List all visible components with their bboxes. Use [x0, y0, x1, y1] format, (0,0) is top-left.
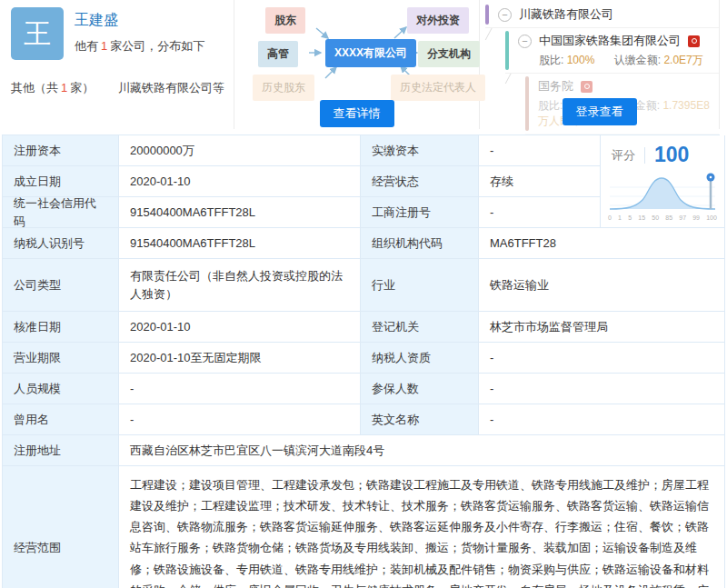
field-value: -	[479, 404, 725, 435]
graph-node-shareholders: 股东	[265, 7, 305, 34]
graph-node-executives: 高管	[258, 41, 298, 67]
tree-row-root: − 川藏铁路有限公司	[485, 2, 719, 28]
stripe	[505, 31, 509, 70]
field-label: 工商注册号	[361, 197, 479, 228]
field-value: -	[479, 135, 601, 166]
field-label: 登记机关	[361, 312, 479, 343]
graph-node-history-shareholders: 历史股东	[253, 75, 314, 101]
top-section: 王 王建盛 他有1家公司，分布如下 其他（共1家） 川藏铁路有限公司等	[2, 0, 720, 129]
score-distribution-chart	[606, 167, 719, 213]
field-value: 2020-01-10	[119, 166, 361, 197]
field-value: 2020-01-10至无固定期限	[119, 343, 361, 374]
axis-tick: 5	[628, 214, 632, 221]
axis-tick: 1	[618, 214, 622, 221]
group-count: 1	[61, 81, 67, 95]
field-label: 行业	[361, 259, 479, 312]
field-label: 成立日期	[3, 166, 119, 197]
field-value: 2020-01-10	[119, 312, 361, 343]
field-value: 91540400MA6TFFT28L	[119, 228, 361, 259]
score-label: 评分	[612, 147, 635, 164]
stripe	[485, 5, 489, 25]
field-label: 注册资本	[3, 135, 119, 166]
group-label: 其他（共1家）	[11, 80, 118, 96]
field-label: 人员规模	[3, 374, 119, 404]
group-company-list: 川藏铁路有限公司等	[118, 80, 224, 96]
gov-emblem-icon	[581, 81, 593, 93]
field-value: 20000000万	[119, 135, 361, 166]
gov-emblem-icon	[688, 35, 700, 47]
field-label: 纳税人识别号	[3, 228, 119, 259]
person-card: 王 王建盛 他有1家公司，分布如下 其他（共1家） 川藏铁路有限公司等	[2, 0, 234, 129]
group-suffix: 家）	[70, 81, 94, 95]
field-value: -	[479, 374, 725, 404]
graph-node-history-legal-rep: 历史法定代表人	[391, 75, 485, 101]
axis-tick: 15	[638, 214, 645, 221]
company-info-table: 注册资本 20000000万 实缴资本 - 评分 100 0 1	[2, 135, 720, 588]
group-prefix: 其他（共	[11, 81, 58, 95]
ratio-label: 股比:	[538, 99, 563, 112]
tree-row-shareholder: − 中国国家铁路集团有限公司 股比: 100% 认缴金额: 2.0E7万	[505, 28, 719, 74]
axis-tick: 100	[706, 214, 717, 221]
field-label: 经营范围	[3, 466, 119, 588]
field-value: 存续	[479, 166, 601, 197]
field-label: 注册地址	[3, 435, 119, 466]
amount-value: 2.0E7万	[663, 54, 702, 66]
person-name-link[interactable]: 王建盛	[75, 11, 118, 30]
score-axis: 0 1 5 15 50 85 97 99 100	[606, 214, 719, 221]
equity-tree: − 川藏铁路有限公司 − 中国国家铁路集团有限公司 股比: 100% 认缴金额:	[480, 0, 719, 129]
field-value: -	[479, 197, 601, 228]
stripe	[525, 76, 529, 131]
field-value: MA6TFFT28	[479, 228, 725, 259]
collapse-icon[interactable]: −	[518, 35, 532, 48]
relationship-graph: 股东 对外投资 高管 XXXX有限公司 分支机构 历史股东 历史法定代表人 查看…	[234, 0, 480, 129]
field-value: 91540400MA6TFFT28L	[119, 197, 361, 228]
field-label: 公司类型	[3, 259, 119, 312]
graph-node-branches: 分支机构	[418, 41, 480, 67]
field-value: 林芝市市场监督管理局	[479, 312, 725, 343]
summary-suffix: 家公司，分布如下	[110, 39, 204, 53]
company-count: 1	[101, 39, 107, 53]
field-label: 核准日期	[3, 312, 119, 343]
field-value: 铁路运输业	[479, 259, 725, 312]
shareholding-info: 股比: 100% 认缴金额: 2.0E7万	[518, 53, 712, 68]
score-value: 100	[654, 143, 689, 167]
field-label: 参保人数	[361, 374, 479, 404]
field-label: 实缴资本	[361, 135, 479, 166]
field-value: -	[119, 404, 361, 435]
person-summary: 他有1家公司，分布如下	[75, 38, 204, 55]
field-value: -	[119, 374, 361, 404]
axis-tick: 99	[692, 214, 700, 221]
avatar: 王	[11, 7, 64, 60]
ratio-value: 100%	[567, 54, 595, 66]
ratio-label: 股比:	[539, 54, 563, 66]
tree-root-link[interactable]: 川藏铁路有限公司	[519, 6, 613, 23]
axis-tick: 50	[652, 214, 659, 221]
field-value-business-scope: 工程建设；建设项目管理、工程建设承发包；铁路建设工程施工及专用铁道、铁路专用线施…	[119, 466, 725, 588]
axis-tick: 0	[608, 214, 612, 221]
graph-node-outbound-investment: 对外投资	[407, 7, 469, 34]
tree-node-link[interactable]: 中国国家铁路集团有限公司	[539, 33, 681, 49]
field-value: 有限责任公司（非自然人投资或控股的法人独资）	[119, 259, 361, 312]
field-label: 曾用名	[3, 404, 119, 435]
divider	[644, 147, 645, 164]
field-label: 纳税人资质	[361, 343, 479, 374]
company-group-row: 其他（共1家） 川藏铁路有限公司等	[11, 80, 224, 96]
field-value: 西藏自治区林芝市巴宜区八一镇滨河大道南段4号	[119, 435, 725, 466]
graph-node-company: XXXX有限公司	[325, 39, 416, 67]
field-label: 营业期限	[3, 343, 119, 374]
field-value: -	[479, 343, 725, 374]
collapse-icon[interactable]: −	[498, 8, 512, 22]
axis-tick: 85	[665, 214, 672, 221]
amount-label: 认缴金额:	[614, 54, 661, 66]
axis-tick: 97	[679, 214, 686, 221]
score-panel: 评分 100 0 1 5 15 50 85 97 99	[601, 135, 725, 228]
company-profile-page: 王 王建盛 他有1家公司，分布如下 其他（共1家） 川藏铁路有限公司等	[0, 0, 727, 588]
field-label: 经营状态	[361, 166, 479, 197]
field-label: 统一社会信用代码	[3, 197, 119, 228]
tree-node-link[interactable]: 国务院	[538, 78, 573, 95]
field-label: 英文名称	[361, 404, 479, 435]
summary-prefix: 他有	[75, 39, 98, 53]
login-to-view-button[interactable]: 登录查看	[563, 98, 637, 125]
field-label: 组织机构代码	[361, 228, 479, 259]
view-details-button[interactable]: 查看详情	[320, 100, 394, 127]
